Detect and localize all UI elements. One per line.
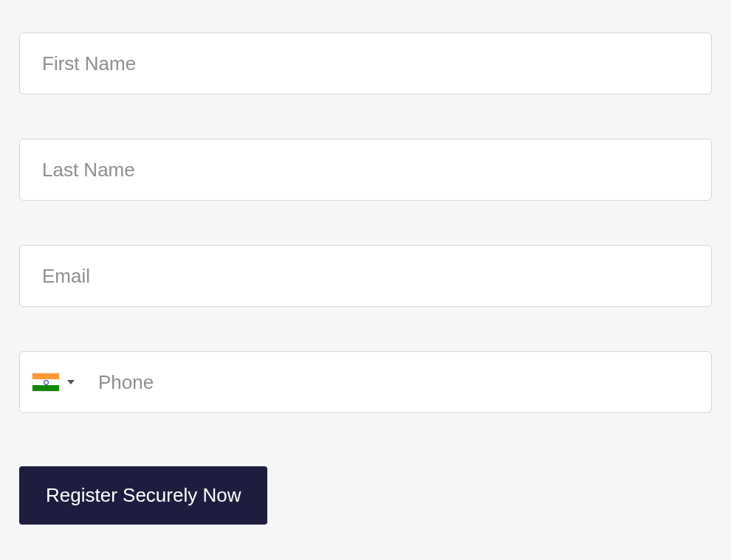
registration-form: Register Securely Now (19, 32, 712, 525)
phone-field-wrapper (19, 351, 712, 413)
first-name-input[interactable] (19, 32, 712, 94)
chevron-down-icon (67, 380, 75, 384)
register-button[interactable]: Register Securely Now (19, 466, 267, 525)
email-input[interactable] (19, 245, 712, 307)
india-flag-icon (32, 373, 60, 392)
last-name-input[interactable] (19, 139, 712, 201)
country-selector[interactable] (32, 373, 88, 392)
phone-input[interactable] (88, 352, 711, 412)
